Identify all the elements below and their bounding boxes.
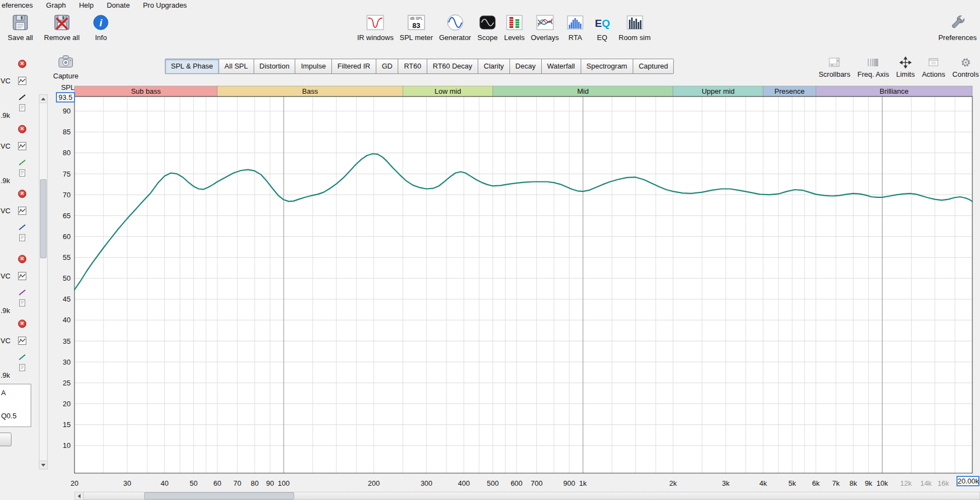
y-axis-label: SPL: [55, 83, 74, 92]
scroll-down-button[interactable]: [39, 461, 47, 469]
measurement-item[interactable]: ✕VC: [0, 185, 37, 249]
svg-text:10k: 10k: [876, 479, 888, 487]
measurement-delete-button[interactable]: ✕: [18, 320, 26, 328]
toolbar-file-group: Save allRemove alliInfo: [8, 12, 122, 42]
svg-text:4k: 4k: [759, 479, 767, 487]
spl-meter-button[interactable]: dB SPL83SPL meter: [399, 12, 433, 42]
generator-button[interactable]: Generator: [439, 12, 471, 42]
notes-icon[interactable]: [18, 363, 26, 372]
notes-icon[interactable]: [18, 234, 26, 242]
menu-donate[interactable]: Donate: [107, 1, 130, 9]
scope-button[interactable]: Scope: [477, 12, 498, 42]
svg-text:60: 60: [213, 479, 221, 487]
svg-text:700: 700: [531, 479, 543, 487]
menu-eferences[interactable]: eferences: [2, 1, 33, 9]
controls-button[interactable]: Controls: [953, 56, 979, 78]
measurement-item[interactable]: ✕VC.9k: [0, 120, 37, 185]
measurement-range: .9k: [1, 371, 10, 379]
measurement-delete-button[interactable]: ✕: [18, 125, 26, 133]
svg-text:90: 90: [266, 479, 274, 487]
sidebar-scrollbar-thumb[interactable]: [40, 179, 47, 258]
limits-label: Limits: [896, 70, 915, 78]
menu-help[interactable]: Help: [79, 1, 94, 9]
chart-hscrollbar-thumb[interactable]: [144, 492, 294, 499]
svg-text:dB SPL: dB SPL: [410, 16, 423, 20]
trace-color-icon[interactable]: [18, 288, 26, 297]
tab-impulse[interactable]: Impulse: [295, 59, 332, 74]
tab-gd[interactable]: GD: [376, 59, 399, 74]
freq-axis-button[interactable]: Freq. Axis: [857, 56, 889, 78]
up-arrow-icon: [41, 98, 45, 100]
measurement-range: .9k: [1, 306, 10, 315]
notes-icon[interactable]: [18, 299, 26, 307]
x-axis-labels: 2030405060708090100200300400500600700900…: [71, 479, 949, 487]
x-axis-right-limit-input[interactable]: 20.00k: [956, 476, 979, 486]
svg-text:50: 50: [63, 274, 71, 282]
tab-rt60[interactable]: RT60: [398, 59, 427, 74]
scroll-left-button[interactable]: [75, 492, 84, 499]
capture-button[interactable]: Capture: [53, 54, 78, 80]
preferences-button[interactable]: Preferences: [938, 12, 977, 42]
trace-color-icon[interactable]: [18, 158, 26, 167]
tab-rt60-decay[interactable]: RT60 Decay: [427, 59, 478, 74]
measurement-delete-button[interactable]: ✕: [18, 190, 26, 198]
measurement-delete-button[interactable]: ✕: [18, 60, 26, 68]
scroll-up-button[interactable]: [39, 95, 47, 103]
y-axis-top-limit-input[interactable]: 93.5: [56, 92, 75, 103]
tab-decay[interactable]: Decay: [510, 59, 542, 74]
freq-axis-icon: [867, 56, 880, 69]
sidebar-cut-button[interactable]: [0, 433, 12, 446]
svg-text:Sub bass: Sub bass: [131, 87, 161, 95]
info-button[interactable]: iInfo: [90, 12, 111, 42]
tab-distortion[interactable]: Distortion: [254, 59, 296, 74]
svg-text:83: 83: [412, 21, 420, 30]
notes-icon[interactable]: [18, 104, 26, 112]
scrollbars-button[interactable]: Scrollbars: [818, 56, 850, 78]
overlays-button[interactable]: Overlays: [531, 12, 559, 42]
info-label: Info: [95, 33, 107, 42]
trace-color-icon[interactable]: [18, 353, 26, 361]
remove-all-button[interactable]: Remove all: [44, 12, 79, 42]
spl-meter-label: SPL meter: [399, 33, 433, 42]
measurement-thumbnail-icon: [18, 142, 26, 150]
menu-pro-upgrades[interactable]: Pro Upgrades: [143, 1, 187, 9]
trace-color-icon[interactable]: [18, 93, 26, 101]
sidebar-scrollbar[interactable]: [39, 94, 48, 469]
svg-text:50: 50: [190, 479, 197, 487]
eq-button[interactable]: EQEQ: [592, 12, 612, 42]
svg-text:600: 600: [511, 479, 523, 487]
rta-button[interactable]: RTA: [565, 12, 586, 42]
svg-text:Low mid: Low mid: [434, 87, 461, 95]
tab-spl-phase[interactable]: SPL & Phase: [165, 59, 219, 74]
measurement-item[interactable]: ✕VC.9k: [0, 55, 37, 120]
actions-button[interactable]: Actions: [922, 56, 945, 78]
measurement-item[interactable]: ✕VC.9k: [0, 315, 37, 379]
trace-color-icon[interactable]: [18, 223, 26, 231]
ir-windows-button[interactable]: IR windows: [357, 12, 393, 42]
svg-text:90: 90: [63, 107, 71, 115]
levels-button[interactable]: Levels: [504, 12, 525, 42]
info-box-line1: A: [1, 389, 6, 397]
tab-clarity[interactable]: Clarity: [478, 59, 510, 74]
tab-filtered-ir[interactable]: Filtered IR: [332, 59, 376, 74]
svg-text:Bass: Bass: [302, 87, 318, 95]
info-box-line2: Q0.5: [1, 412, 16, 420]
scope-label: Scope: [478, 33, 498, 42]
eq-label: EQ: [597, 33, 608, 42]
tab-waterfall[interactable]: Waterfall: [542, 59, 581, 74]
room-sim-button[interactable]: Room sim: [618, 12, 651, 42]
actions-icon: [927, 56, 940, 69]
tab-spectrogram[interactable]: Spectrogram: [581, 59, 633, 74]
save-all-button[interactable]: Save all: [8, 12, 33, 42]
limits-button[interactable]: Limits: [896, 56, 915, 78]
measurement-delete-button[interactable]: ✕: [18, 255, 26, 263]
generator-icon: [445, 12, 466, 33]
notes-icon[interactable]: [18, 169, 26, 177]
menu-graph[interactable]: Graph: [46, 1, 66, 9]
chart-hscrollbar[interactable]: [74, 492, 980, 500]
tab-all-spl[interactable]: All SPL: [219, 59, 254, 74]
measurement-item[interactable]: ✕VC.9k: [0, 250, 37, 315]
svg-text:200: 200: [368, 479, 380, 487]
frequency-bands: Sub bassBassLow midMidUpper midPresenceB…: [74, 86, 972, 96]
tab-captured[interactable]: Captured: [633, 59, 674, 74]
